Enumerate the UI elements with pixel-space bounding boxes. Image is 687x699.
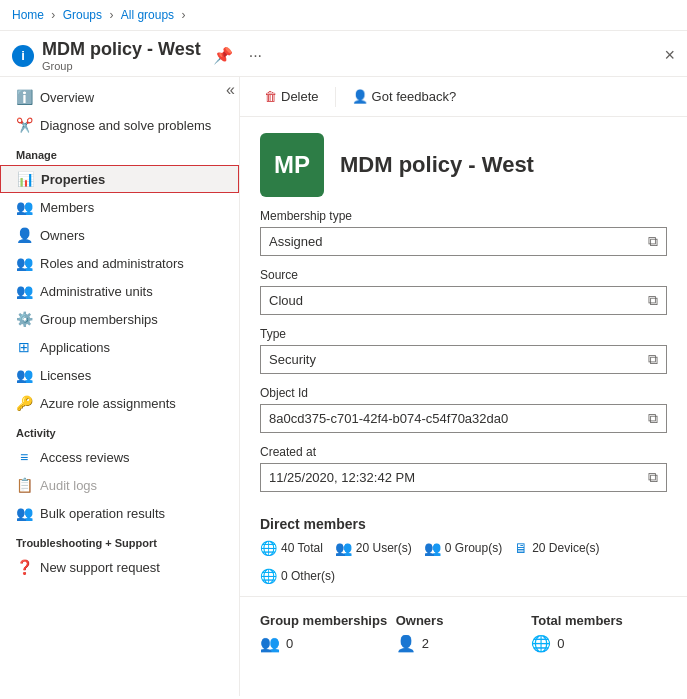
breadcrumb-home[interactable]: Home [12, 8, 44, 22]
direct-members-section: Direct members 🌐 40 Total 👥 20 User(s) 👥… [240, 504, 687, 592]
accessreviews-icon: ≡ [16, 449, 32, 465]
groups-icon: 👥 [424, 540, 441, 556]
breadcrumb-allgroups[interactable]: All groups [121, 8, 174, 22]
sidebar-item-diagnose[interactable]: ✂️ Diagnose and solve problems [0, 111, 239, 139]
copy-objectid-button[interactable]: ⧉ [648, 410, 658, 427]
stat-total: 🌐 40 Total [260, 540, 323, 556]
page-title: MDM policy - West [42, 39, 201, 60]
others-icon: 🌐 [260, 568, 277, 584]
field-source: Source Cloud ⧉ [260, 268, 667, 315]
section-manage: Manage [0, 139, 239, 165]
section-activity: Activity [0, 417, 239, 443]
feedback-button[interactable]: 👤 Got feedback? [344, 85, 465, 108]
sidebar-item-groupmemberships[interactable]: ⚙️ Group memberships [0, 305, 239, 333]
roles-icon: 👥 [16, 255, 32, 271]
bulkresults-icon: 👥 [16, 505, 32, 521]
properties-icon: 📊 [17, 171, 33, 187]
sidebar-auditlogs-label: Audit logs [40, 478, 97, 493]
field-value-createdat: 11/25/2020, 12:32:42 PM ⧉ [260, 463, 667, 492]
sidebar-applications-label: Applications [40, 340, 110, 355]
globe-icon: 🌐 [260, 540, 277, 556]
auditlogs-icon: 📋 [16, 477, 32, 493]
sidebar-item-newsupport[interactable]: ❓ New support request [0, 553, 239, 581]
copy-membership-button[interactable]: ⧉ [648, 233, 658, 250]
info-icon: i [12, 45, 34, 67]
licenses-icon: 👥 [16, 367, 32, 383]
field-type: Type Security ⧉ [260, 327, 667, 374]
sidebar-item-roles[interactable]: 👥 Roles and administrators [0, 249, 239, 277]
sidebar-item-azureroles[interactable]: 🔑 Azure role assignments [0, 389, 239, 417]
sidebar-item-accessreviews[interactable]: ≡ Access reviews [0, 443, 239, 471]
users-icon: 👥 [335, 540, 352, 556]
stat-groups: 👥 0 Group(s) [424, 540, 502, 556]
sidebar-item-overview[interactable]: ℹ️ Overview [0, 83, 239, 111]
copy-type-button[interactable]: ⧉ [648, 351, 658, 368]
delete-button[interactable]: 🗑 Delete [256, 85, 327, 108]
info-circle-icon: ℹ️ [16, 89, 32, 105]
fields-section: Membership type Assigned ⧉ Source Cloud … [240, 209, 687, 492]
field-value-objectid: 8a0cd375-c701-42f4-b074-c54f70a32da0 ⧉ [260, 404, 667, 433]
group-name: MDM policy - West [340, 152, 534, 178]
group-avatar: MP [260, 133, 324, 197]
stat-devices: 🖥 20 Device(s) [514, 540, 599, 556]
sidebar-item-bulkresults[interactable]: 👥 Bulk operation results [0, 499, 239, 527]
sidebar-item-applications[interactable]: ⊞ Applications [0, 333, 239, 361]
close-button[interactable]: × [664, 45, 675, 66]
summary-totalmembers-icon: 🌐 [531, 634, 551, 653]
summary-card-groupmemberships: Group memberships 👥 0 [260, 605, 396, 661]
field-label-createdat: Created at [260, 445, 667, 459]
sidebar-roles-label: Roles and administrators [40, 256, 184, 271]
sidebar-item-properties[interactable]: 📊 Properties [0, 165, 239, 193]
sidebar-newsupport-label: New support request [40, 560, 160, 575]
title-bar: i MDM policy - West Group 📌 ··· × [0, 31, 687, 77]
members-stats: 🌐 40 Total 👥 20 User(s) 👥 0 Group(s) 🖥 2… [260, 540, 667, 584]
more-options-button[interactable]: ··· [245, 45, 266, 67]
summary-groups-icon: 👥 [260, 634, 280, 653]
sidebar-members-label: Members [40, 200, 94, 215]
copy-createdat-button[interactable]: ⧉ [648, 469, 658, 486]
groupmemberships-icon: ⚙️ [16, 311, 32, 327]
newsupport-icon: ❓ [16, 559, 32, 575]
applications-icon: ⊞ [16, 339, 32, 355]
field-createdat: Created at 11/25/2020, 12:32:42 PM ⧉ [260, 445, 667, 492]
field-value-type: Security ⧉ [260, 345, 667, 374]
members-icon: 👥 [16, 199, 32, 215]
field-label-objectid: Object Id [260, 386, 667, 400]
sidebar-item-owners[interactable]: 👤 Owners [0, 221, 239, 249]
copy-source-button[interactable]: ⧉ [648, 292, 658, 309]
group-header: MP MDM policy - West [240, 117, 687, 209]
field-label-membership: Membership type [260, 209, 667, 223]
stat-users: 👥 20 User(s) [335, 540, 412, 556]
feedback-icon: 👤 [352, 89, 368, 104]
sidebar-accessreviews-label: Access reviews [40, 450, 130, 465]
stat-others: 🌐 0 Other(s) [260, 568, 335, 584]
summary-totalmembers-title: Total members [531, 613, 667, 628]
summary-groupmemberships-title: Group memberships [260, 613, 396, 628]
field-label-type: Type [260, 327, 667, 341]
sidebar-properties-label: Properties [41, 172, 105, 187]
adminunits-icon: 👥 [16, 283, 32, 299]
summary-owners-icon: 👤 [396, 634, 416, 653]
sidebar-diagnose-label: Diagnose and solve problems [40, 118, 211, 133]
sidebar-item-members[interactable]: 👥 Members [0, 193, 239, 221]
owners-icon: 👤 [16, 227, 32, 243]
main-layout: « ℹ️ Overview ✂️ Diagnose and solve prob… [0, 77, 687, 696]
sidebar-item-auditlogs[interactable]: 📋 Audit logs [0, 471, 239, 499]
sidebar-licenses-label: Licenses [40, 368, 91, 383]
section-troubleshooting: Troubleshooting + Support [0, 527, 239, 553]
toolbar: 🗑 Delete 👤 Got feedback? [240, 77, 687, 117]
field-value-source: Cloud ⧉ [260, 286, 667, 315]
direct-members-title: Direct members [260, 516, 667, 532]
breadcrumb-groups[interactable]: Groups [63, 8, 102, 22]
sidebar-item-adminunits[interactable]: 👥 Administrative units [0, 277, 239, 305]
sidebar-item-licenses[interactable]: 👥 Licenses [0, 361, 239, 389]
sidebar: « ℹ️ Overview ✂️ Diagnose and solve prob… [0, 77, 240, 696]
sidebar-owners-label: Owners [40, 228, 85, 243]
breadcrumb: Home › Groups › All groups › [0, 0, 687, 31]
field-label-source: Source [260, 268, 667, 282]
field-value-membership: Assigned ⧉ [260, 227, 667, 256]
summary-groupmemberships-value: 👥 0 [260, 634, 396, 653]
sidebar-collapse-button[interactable]: « [226, 81, 235, 99]
summary-totalmembers-value: 🌐 0 [531, 634, 667, 653]
pin-button[interactable]: 📌 [209, 44, 237, 67]
